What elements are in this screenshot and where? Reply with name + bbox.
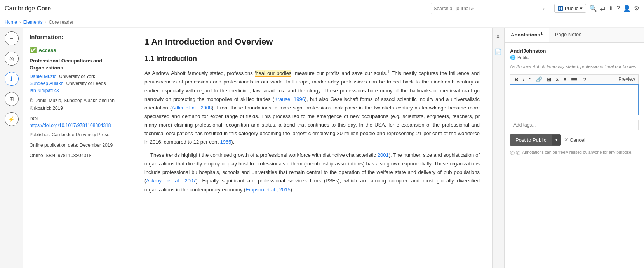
annotation-toolbar: B I " 🔗 ⊞ Σ ≡ ≡≡ ? Preview	[510, 74, 639, 84]
ref-krause[interactable]: Krause, 1996	[274, 96, 305, 102]
ref-empson[interactable]: Empson et al., 2015	[245, 187, 291, 193]
bolt-icon: ⚡	[8, 116, 15, 122]
cc-icons: Ⓒ Ⓒ	[510, 149, 520, 156]
public-label: Public	[565, 5, 578, 11]
para1-before: As Andrew Abbott famously stated, profes…	[144, 70, 255, 76]
cancel-x-icon: ✕	[564, 137, 569, 143]
dropdown-chevron-icon: ▾	[580, 5, 583, 11]
settings-icon[interactable]: ⚙	[634, 5, 639, 12]
globe-icon: 🌐	[510, 55, 516, 60]
ordered-list-button[interactable]: ≡≡	[570, 76, 578, 83]
online-date-text: Online publication date: December 2019	[30, 142, 125, 149]
main-layout: − ◎ ℹ ⊞ ⚡ Information: ✅ Access Professi…	[0, 28, 644, 268]
user-icon[interactable]: 👤	[623, 5, 631, 12]
info-panel: Information: ✅ Access Professional Occup…	[23, 28, 132, 268]
navbar: Cambridge Core › H Public ▾ 🔍 ⇄ ⬆ ? 👤 ⚙	[0, 0, 644, 17]
paragraph-1: As Andrew Abbott famously stated, profes…	[144, 68, 480, 146]
annotation-tabs: Annotations1 Page Notes	[505, 28, 644, 43]
breadcrumb-current: Core reader	[49, 19, 73, 25]
breadcrumb-home[interactable]: Home	[5, 19, 17, 25]
isbn-text: Online ISBN: 9781108804318	[30, 152, 125, 160]
side-tools: 👁 📄	[493, 28, 504, 268]
ref-1965[interactable]: 1965	[220, 139, 231, 145]
sidebar-btn-compass[interactable]: ◎	[5, 52, 19, 66]
copyright-text: © Daniel Muzio, Sundeep Aulakh and Ian K…	[30, 97, 125, 112]
para1-after: , measure our profits and save our souls…	[144, 70, 480, 145]
author-2-link[interactable]: Sundeep Aulakh	[30, 81, 63, 86]
help-toolbar-button[interactable]: ?	[582, 76, 588, 83]
post-to-public-button[interactable]: Post to Public ▾	[510, 134, 561, 146]
cancel-button[interactable]: ✕ Cancel	[564, 137, 585, 143]
search-icon[interactable]: 🔍	[589, 5, 597, 12]
icon-sidebar: − ◎ ℹ ⊞ ⚡	[0, 28, 23, 268]
post-button-dropdown-icon[interactable]: ▾	[552, 135, 561, 145]
author-2-affiliation: University of Leeds	[66, 81, 106, 86]
paragraph-2: These trends highlight the continued gro…	[144, 151, 480, 194]
help-icon[interactable]: ?	[616, 5, 620, 12]
info-panel-title: Information:	[30, 34, 64, 43]
highlighted-text: 'heal our bodies	[255, 70, 291, 77]
chart-icon: ⊞	[9, 96, 14, 102]
math-button[interactable]: Σ	[555, 76, 560, 83]
author-1-affiliation: University of York	[59, 74, 95, 79]
content-area: 1 An Introduction and Overview 1.1 Intro…	[132, 28, 493, 268]
preview-button[interactable]: Preview	[618, 76, 635, 82]
breadcrumb-sep-1: ›	[19, 20, 21, 24]
list-button[interactable]: ≡	[562, 76, 568, 83]
tab-page-notes[interactable]: Page Notes	[549, 28, 588, 42]
annotation-visibility: 🌐 Public	[510, 55, 639, 60]
search-bar[interactable]: ›	[431, 3, 547, 14]
sidebar-btn-minus[interactable]: −	[5, 31, 19, 45]
site-logo: Cambridge Core	[5, 5, 51, 12]
share-icon[interactable]: ⬆	[608, 5, 613, 12]
breadcrumb-elements[interactable]: Elements	[23, 19, 43, 25]
chapter-title: 1 An Introduction and Overview	[144, 37, 480, 47]
author-3-link[interactable]: Ian Kirkpatrick	[30, 88, 59, 93]
breadcrumb: Home › Elements › Core reader	[0, 17, 644, 28]
ref-adler[interactable]: Adler et al., 2008	[172, 105, 212, 111]
annotation-user: AndriJohnston	[510, 48, 639, 54]
access-label: Access	[38, 47, 56, 53]
author-1-link[interactable]: Daniel Muzio	[30, 74, 56, 79]
access-badge: ✅ Access	[30, 47, 125, 54]
annotation-textarea[interactable]	[510, 84, 639, 115]
tab-annotations[interactable]: Annotations1	[505, 28, 549, 42]
hypothesis-icon: H	[558, 6, 563, 11]
tags-input[interactable]	[510, 120, 639, 130]
bold-button[interactable]: B	[513, 76, 519, 83]
sidebar-btn-bolt[interactable]: ⚡	[5, 112, 19, 126]
doi-label: DOI:	[30, 115, 125, 123]
annotation-quote: As Andrew Abbott famously stated, profes…	[510, 63, 639, 70]
sidebar-btn-info[interactable]: ℹ	[5, 72, 19, 86]
post-button-label: Post to Public	[510, 134, 552, 146]
minus-icon: −	[10, 35, 13, 42]
cancel-label: Cancel	[570, 137, 585, 143]
compass-icon: ◎	[9, 56, 14, 62]
quote-button[interactable]: "	[528, 76, 533, 83]
sidebar-btn-chart[interactable]: ⊞	[5, 92, 19, 106]
book-title: Professional Occupations and Organizatio…	[30, 57, 125, 71]
doc-icon[interactable]: 📄	[494, 47, 503, 56]
annotation-actions: Post to Public ▾ ✕ Cancel	[510, 134, 639, 146]
section-title: 1.1 Introduction	[144, 55, 480, 63]
tools-icon[interactable]: ⇄	[600, 5, 605, 12]
link-button[interactable]: 🔗	[535, 76, 543, 83]
annotation-panel: Annotations1 Page Notes AndriJohnston 🌐 …	[504, 28, 644, 268]
cc-notice-text: Annotations can be freely reused by anyo…	[522, 149, 632, 156]
public-toggle-button[interactable]: H Public ▾	[554, 4, 586, 13]
annotation-body: AndriJohnston 🌐 Public As Andrew Abbott …	[505, 43, 644, 268]
image-button[interactable]: ⊞	[546, 76, 552, 83]
info-icon: ℹ	[10, 76, 12, 82]
cc-notice: Ⓒ Ⓒ Annotations can be freely reused by …	[510, 149, 639, 156]
navbar-right: H Public ▾ 🔍 ⇄ ⬆ ? 👤 ⚙	[554, 4, 639, 13]
ref-2001[interactable]: 2001	[378, 152, 389, 158]
ref-ackroyd[interactable]: Ackroyd et al., 2007	[146, 178, 196, 184]
check-icon: ✅	[30, 47, 37, 54]
search-arrow-icon[interactable]: ›	[542, 6, 545, 11]
search-input[interactable]	[433, 6, 541, 11]
eye-icon[interactable]: 👁	[494, 31, 503, 41]
publisher-text: Publisher: Cambridge University Press	[30, 131, 125, 139]
visibility-label: Public	[517, 55, 529, 60]
italic-button[interactable]: I	[522, 76, 526, 83]
doi-link[interactable]: https://doi.org/10.1017/9781108804318	[30, 123, 111, 128]
